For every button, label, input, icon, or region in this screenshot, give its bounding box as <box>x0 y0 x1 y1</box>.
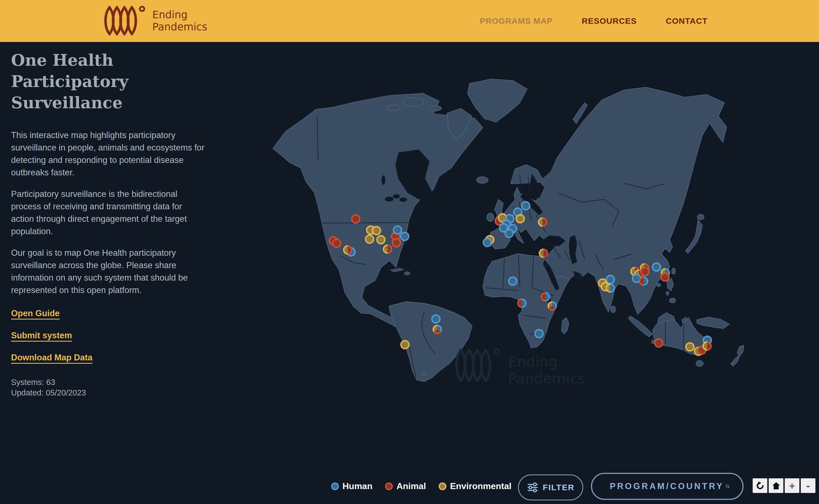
map-marker[interactable] <box>605 283 615 293</box>
map-marker[interactable] <box>541 292 550 302</box>
submit-system-link[interactable]: Submit system <box>11 331 204 341</box>
map-legend: Human Animal Environmental <box>331 481 511 491</box>
map-marker[interactable] <box>400 340 410 349</box>
map-marker[interactable] <box>517 299 526 308</box>
map-marker[interactable] <box>504 229 514 238</box>
filter-sliders-icon <box>527 482 538 493</box>
map-marker[interactable] <box>534 329 544 338</box>
map-marker[interactable] <box>383 244 392 254</box>
map-marker[interactable] <box>654 338 664 348</box>
zoom-in-label: + <box>789 481 795 490</box>
updated-date: Updated: 05/20/2023 <box>11 387 204 398</box>
search-icon[interactable] <box>725 481 730 492</box>
legend-label-environmental: Environmental <box>450 481 511 491</box>
map-marker[interactable] <box>332 239 341 248</box>
nav-item-contact[interactable]: CONTACT <box>666 16 708 26</box>
map-marker[interactable] <box>539 249 548 258</box>
main-nav: PROGRAMS MAP RESOURCES CONTACT <box>480 0 708 42</box>
title-line3: Surveillance <box>11 92 204 114</box>
nav-item-resources[interactable]: RESOURCES <box>582 16 637 26</box>
map-marker[interactable] <box>660 272 670 282</box>
map-marker[interactable] <box>431 314 441 324</box>
legend-label-human: Human <box>343 481 372 491</box>
page-title: One Health Participatory Surveillance <box>11 50 204 114</box>
title-line2: Participatory <box>11 71 204 92</box>
map-marker[interactable] <box>639 276 648 286</box>
marker-layer <box>270 77 819 395</box>
legend-label-animal: Animal <box>396 481 426 491</box>
map-marker[interactable] <box>702 341 712 351</box>
map-marker[interactable] <box>521 201 530 210</box>
environmental-legend-dot-icon <box>439 482 446 490</box>
intro-paragraph-3: Our goal is to map One Health participat… <box>11 247 204 296</box>
home-icon <box>772 482 781 490</box>
map-marker[interactable] <box>365 234 374 244</box>
map-marker[interactable] <box>400 232 409 241</box>
map-marker[interactable] <box>372 226 381 235</box>
map-marker[interactable] <box>538 217 547 227</box>
map-marker[interactable] <box>515 214 525 223</box>
page: Ending Pandemics PROGRAMS MAP RESOURCES … <box>0 0 819 504</box>
brand-line2: Pandemics <box>152 21 207 33</box>
map-marker[interactable] <box>652 262 661 272</box>
home-button[interactable] <box>769 478 783 493</box>
map-marker[interactable] <box>433 325 442 334</box>
reset-rotate-icon <box>755 481 765 490</box>
open-guide-link[interactable]: Open Guide <box>11 308 204 318</box>
program-country-search-input[interactable] <box>609 481 725 492</box>
title-line1: One Health <box>11 50 204 71</box>
brand[interactable]: Ending Pandemics <box>102 6 207 36</box>
map-zoom-controls: + - <box>753 478 815 493</box>
zoom-out-label: - <box>805 481 811 490</box>
legend-item-environmental: Environmental <box>439 481 511 491</box>
download-map-data-link[interactable]: Download Map Data <box>11 353 204 363</box>
map-marker[interactable] <box>376 235 386 244</box>
filter-button[interactable]: FILTER <box>518 474 583 500</box>
map-marker[interactable] <box>392 238 401 247</box>
zoom-in-button[interactable]: + <box>785 478 799 493</box>
map-marker[interactable] <box>508 276 517 286</box>
legend-item-animal: Animal <box>385 481 426 491</box>
sidebar: One Health Participatory Surveillance Th… <box>11 50 204 398</box>
map-area[interactable]: Ending Pandemics <box>270 77 819 395</box>
brand-text: Ending Pandemics <box>152 9 207 33</box>
nav-item-programs-map[interactable]: PROGRAMS MAP <box>480 16 553 26</box>
zoom-out-button[interactable]: - <box>801 478 815 493</box>
human-legend-dot-icon <box>331 482 339 490</box>
map-marker[interactable] <box>351 214 360 224</box>
map-marker[interactable] <box>685 342 695 352</box>
header: Ending Pandemics PROGRAMS MAP RESOURCES … <box>0 0 819 42</box>
map-marker[interactable] <box>640 267 650 276</box>
intro-paragraph-2: Participatory surveillance is the bidire… <box>11 188 204 238</box>
systems-count: Systems: 63 <box>11 377 204 387</box>
map-meta: Systems: 63 Updated: 05/20/2023 <box>11 377 204 398</box>
brand-logo-icon <box>102 6 147 36</box>
map-marker[interactable] <box>547 301 557 311</box>
map-marker[interactable] <box>483 238 492 247</box>
animal-legend-dot-icon <box>385 482 393 490</box>
reset-view-button[interactable] <box>753 478 767 493</box>
intro-paragraph-1: This interactive map highlights particip… <box>11 129 204 179</box>
filter-label: FILTER <box>543 483 575 492</box>
search-box[interactable] <box>591 473 744 500</box>
legend-item-human: Human <box>331 481 372 491</box>
map-marker[interactable] <box>343 245 352 255</box>
brand-line1: Ending <box>152 9 207 21</box>
